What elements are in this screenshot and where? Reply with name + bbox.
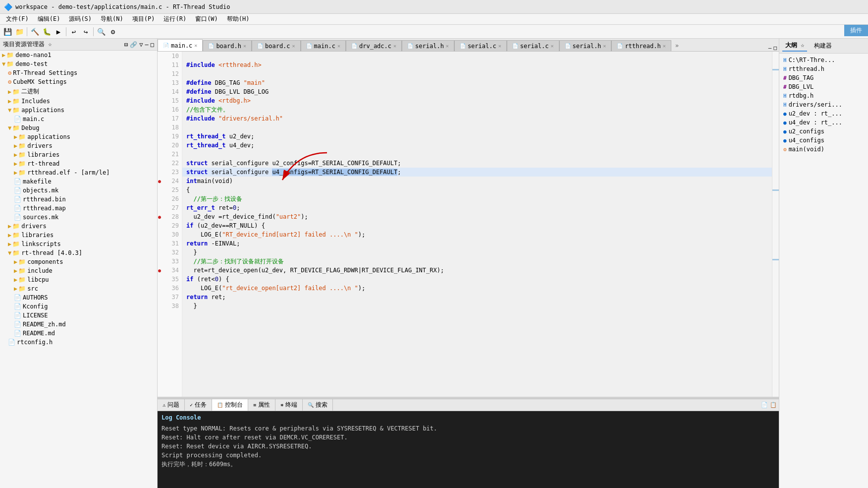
outline-item-8[interactable]: ● u2_configs bbox=[781, 127, 866, 136]
tree-item-9[interactable]: ▶📁applications bbox=[0, 132, 157, 141]
tree-item-29[interactable]: 📄LICENSE bbox=[0, 311, 157, 320]
outline-item-7[interactable]: ● u4_dev : rt_... bbox=[781, 118, 866, 127]
code-line-32[interactable]: } bbox=[182, 248, 772, 257]
tree-item-17[interactable]: 📄rtthread.map bbox=[0, 204, 157, 213]
code-line-16[interactable]: //包含下文件。 bbox=[182, 105, 772, 114]
tree-item-23[interactable]: ▶📁components bbox=[0, 257, 157, 266]
search-btn[interactable]: 🔍 bbox=[96, 26, 107, 37]
code-line-25[interactable]: { bbox=[182, 185, 772, 194]
editor-maximize[interactable]: □ bbox=[773, 45, 777, 51]
code-line-38[interactable]: } bbox=[182, 302, 772, 310]
menu-item[interactable]: 编辑(E) bbox=[34, 14, 64, 24]
settings-btn[interactable]: ⚙ bbox=[108, 26, 118, 37]
code-line-11[interactable]: #include <rtthread.h> bbox=[182, 61, 772, 69]
outline-item-9[interactable]: ● u4_configs bbox=[781, 136, 866, 145]
build-btn[interactable]: 🔨 bbox=[29, 26, 40, 37]
tab-close-6[interactable]: ✕ bbox=[498, 43, 501, 49]
editor-minimize[interactable]: — bbox=[768, 45, 772, 51]
menu-item[interactable]: 帮助(H) bbox=[223, 14, 254, 24]
menu-item[interactable]: 窗口(W) bbox=[191, 14, 222, 24]
code-line-12[interactable] bbox=[182, 69, 772, 78]
outline-item-0[interactable]: H C:\RT-Thre... bbox=[781, 56, 866, 64]
open-btn[interactable]: 📁 bbox=[14, 26, 25, 37]
code-line-22[interactable]: struct serial_configure u2_configs=RT_SE… bbox=[182, 159, 772, 168]
plugin-button[interactable]: 插件 bbox=[844, 25, 868, 36]
code-line-10[interactable] bbox=[182, 52, 772, 61]
tree-item-25[interactable]: ▶📁libcpu bbox=[0, 275, 157, 284]
tree-item-13[interactable]: ▶📁rtthread.elf - [arm/le] bbox=[0, 168, 157, 177]
editor-tab-0[interactable]: 📄 main.c ✕ bbox=[158, 39, 203, 51]
bottom-tab-1[interactable]: ✓任务 bbox=[185, 399, 212, 411]
tree-item-30[interactable]: 📄README_zh.md bbox=[0, 320, 157, 329]
tree-item-21[interactable]: ▶📁linkscripts bbox=[0, 240, 157, 248]
bottom-tab-4[interactable]: ⎈终端 bbox=[275, 399, 303, 411]
breakpoint-28[interactable]: ● bbox=[158, 214, 163, 220]
tree-item-2[interactable]: ⚙RT-Thread Settings bbox=[0, 68, 157, 77]
editor-scrollbar[interactable] bbox=[772, 52, 779, 397]
tree-item-8[interactable]: ▼📁Debug bbox=[0, 123, 157, 132]
outline-item-2[interactable]: # DBG_TAG bbox=[781, 73, 866, 82]
tree-item-32[interactable]: 📄rtconfig.h bbox=[0, 338, 157, 347]
tree-item-16[interactable]: 📄rtthread.bin bbox=[0, 195, 157, 204]
outline-item-5[interactable]: H drivers/seri... bbox=[781, 100, 866, 109]
editor-tab-1[interactable]: 📄 board.h ✕ bbox=[203, 40, 252, 51]
editor-tab-7[interactable]: 📄 serial.c ✕ bbox=[507, 40, 559, 51]
menu-item[interactable]: 导航(N) bbox=[97, 14, 127, 24]
code-line-15[interactable]: #include <rtdbg.h> bbox=[182, 96, 772, 105]
editor-tab-5[interactable]: 📄 serial.h ✕ bbox=[402, 40, 454, 51]
code-line-13[interactable]: #define DBG_TAG "main" bbox=[182, 78, 772, 87]
outline-item-1[interactable]: H rtthread.h bbox=[781, 64, 866, 73]
menu-item[interactable]: 项目(P) bbox=[128, 14, 159, 24]
tree-item-12[interactable]: ▶📁rt-thread bbox=[0, 159, 157, 168]
bottom-tab-0[interactable]: ⚠问题 bbox=[158, 399, 185, 411]
tree-item-15[interactable]: 📄objects.mk bbox=[0, 186, 157, 195]
tab-close-8[interactable]: ✕ bbox=[603, 43, 606, 49]
code-line-14[interactable]: #define DBG_LVL DBG_LOG bbox=[182, 87, 772, 96]
editor-tab-3[interactable]: 📄 main.c ✕ bbox=[301, 40, 346, 51]
editor-tab-4[interactable]: 📄 drv_adc.c ✕ bbox=[346, 40, 402, 51]
code-line-36[interactable]: LOG_E("rt_device_open[uart2] failed ....… bbox=[182, 284, 772, 293]
code-line-31[interactable]: return -EINVAL; bbox=[182, 239, 772, 248]
outline-item-4[interactable]: H rtdbg.h bbox=[781, 91, 866, 100]
tree-item-27[interactable]: 📄AUTHORS bbox=[0, 293, 157, 302]
menu-item[interactable]: 源码(S) bbox=[65, 14, 96, 24]
tree-item-31[interactable]: 📄README.md bbox=[0, 329, 157, 338]
tab-close-0[interactable]: ✕ bbox=[194, 43, 197, 48]
collapse-all-icon[interactable]: ⊟ bbox=[124, 41, 128, 48]
outline-item-10[interactable]: ⚙ main(void) bbox=[781, 145, 866, 154]
link-editor-icon[interactable]: 🔗 bbox=[130, 41, 137, 48]
redo-btn[interactable]: ↪ bbox=[80, 26, 91, 37]
tree-item-28[interactable]: 📄Kconfig bbox=[0, 302, 157, 311]
maximize-icon[interactable]: □ bbox=[151, 41, 154, 48]
debug-btn[interactable]: 🐛 bbox=[41, 26, 52, 37]
editor-tab-8[interactable]: 📄 serial.h ✕ bbox=[559, 40, 612, 51]
tree-item-18[interactable]: 📄sources.mk bbox=[0, 213, 157, 222]
tab-close-1[interactable]: ✕ bbox=[243, 43, 246, 49]
tab-close-2[interactable]: ✕ bbox=[292, 43, 295, 49]
tree-item-6[interactable]: ▼📁applications bbox=[0, 106, 157, 115]
tree-item-0[interactable]: ▶📁demo-nano1 bbox=[0, 51, 157, 60]
tree-item-7[interactable]: 📄main.c bbox=[0, 115, 157, 123]
code-line-21[interactable] bbox=[182, 150, 772, 159]
code-line-28[interactable]: u2_dev =rt_device_find("uart2"); bbox=[182, 212, 772, 221]
build-tab[interactable]: 构建器 bbox=[811, 41, 835, 51]
tab-close-4[interactable]: ✕ bbox=[393, 43, 396, 49]
tree-item-26[interactable]: ▶📁src bbox=[0, 284, 157, 293]
code-line-26[interactable]: //第一步：找设备 bbox=[182, 194, 772, 203]
tree-item-5[interactable]: ▶📁Includes bbox=[0, 97, 157, 106]
tree-item-11[interactable]: ▶📁libraries bbox=[0, 150, 157, 159]
outline-tab[interactable]: 大纲 ☆ bbox=[782, 40, 807, 52]
code-line-37[interactable]: return ret; bbox=[182, 293, 772, 302]
tree-item-10[interactable]: ▶📁drivers bbox=[0, 141, 157, 150]
outline-item-6[interactable]: ● u2_dev : rt_... bbox=[781, 109, 866, 118]
outline-item-3[interactable]: # DBG_LVL bbox=[781, 82, 866, 91]
tree-item-14[interactable]: 📄makefile bbox=[0, 177, 157, 186]
code-line-17[interactable]: #include "drivers/serial.h" bbox=[182, 114, 772, 123]
menu-item[interactable]: 文件(F) bbox=[2, 14, 33, 24]
tab-close-5[interactable]: ✕ bbox=[446, 43, 449, 49]
tree-item-20[interactable]: ▶📁libraries bbox=[0, 231, 157, 240]
editor-tab-6[interactable]: 📄 serial.c ✕ bbox=[454, 40, 507, 51]
menu-item[interactable]: 运行(R) bbox=[160, 14, 190, 24]
tree-item-3[interactable]: ⚙CubeMX Settings bbox=[0, 77, 157, 86]
code-line-27[interactable]: rt_err_t ret=0; bbox=[182, 203, 772, 212]
